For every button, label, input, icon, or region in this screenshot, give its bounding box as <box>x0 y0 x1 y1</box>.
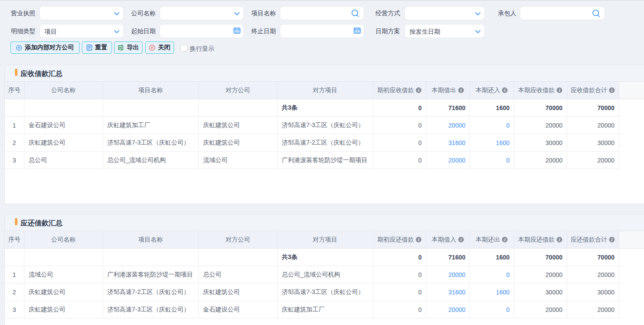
svg-text:i: i <box>559 237 560 242</box>
svg-text:i: i <box>460 237 462 242</box>
svg-text:i: i <box>559 88 560 92</box>
svg-text:i: i <box>418 237 419 242</box>
svg-text:i: i <box>460 88 462 92</box>
svg-text:i: i <box>611 237 613 242</box>
svg-text:i: i <box>611 88 613 92</box>
svg-text:i: i <box>504 88 505 92</box>
svg-text:i: i <box>418 88 419 92</box>
svg-text:i: i <box>504 237 505 242</box>
